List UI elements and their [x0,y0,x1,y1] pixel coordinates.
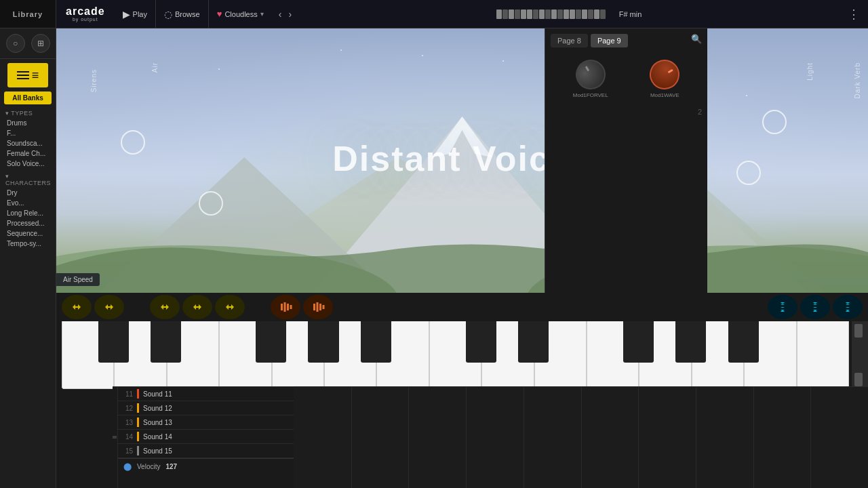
sidebar-item-f[interactable]: F... [0,128,56,138]
track-color-15 [137,446,139,455]
page-tabs: Page 8 Page 9 🔍 [545,28,707,53]
piano-key-f2[interactable] [587,321,639,389]
next-arrow-icon[interactable]: › [285,7,294,21]
mini-key [557,9,563,19]
grid-line [408,387,409,488]
piano-black-key[interactable] [728,321,759,363]
piano-container [62,321,849,389]
types-section-label: TYPES [0,106,56,118]
piano-key-c3[interactable] [797,321,849,389]
sidebar-item-evo[interactable]: Evo... [0,198,56,208]
piano-key-c[interactable] [62,321,114,389]
piano-black-key[interactable] [256,321,286,363]
piano-scrollbar[interactable] [852,321,868,389]
sidebar-item-sequence[interactable]: Sequence... [0,228,56,239]
scroll-top[interactable] [854,324,863,338]
browse-button[interactable]: ◌ Browse [156,0,209,28]
page8-tab[interactable]: Page 8 [551,34,588,47]
mod1wave-knob[interactable] [644,54,685,95]
piano-black-key[interactable] [361,321,391,363]
velocity-label: Velocity [137,463,160,470]
grid-line [753,387,754,488]
piano-black-key[interactable] [466,321,496,363]
cloudless-button[interactable]: ♥ Cloudless ▾ [209,9,272,19]
nav-arrows: ‹ › [272,7,298,21]
logo-sub: by output [73,17,98,22]
sidebar-header: Library [0,0,56,28]
track-num-14: 14 [118,433,137,441]
mod1forvel-knob[interactable] [570,54,611,95]
star-decoration [422,55,423,56]
hamburger-button[interactable]: ≡ [7,63,48,87]
mini-keyboard [496,9,606,19]
velocity-value: 127 [165,463,177,470]
characters-section-label: CHARACTERS [0,169,56,188]
mini-key [521,9,526,19]
search-icon[interactable]: 🔍 [691,34,702,47]
hero-circle-btn-darkverb[interactable] [736,161,761,185]
piano-black-key[interactable] [675,321,706,363]
sidebar: Library ○ ⊞ ≡ All Banks TYPES Drums F...… [0,0,56,488]
prev-arrow-icon[interactable]: ‹ [276,7,285,21]
piano-black-key[interactable] [623,321,654,363]
keyboard-display: F# min [298,9,840,19]
play-label: Play [133,10,147,18]
dark-verb-label: Dark Verb [854,62,861,98]
mini-key [551,9,557,19]
piano-black-key[interactable] [308,321,338,363]
pad-bars-2[interactable] [303,295,333,319]
mini-key [594,9,599,19]
sidebar-item-soundscape[interactable]: Soundsca... [0,138,56,148]
track-color-12 [137,403,139,413]
pad-dna-3[interactable] [833,295,863,319]
air-speed-badge[interactable]: Air Speed [56,273,100,286]
hero-circle-btn-light[interactable] [762,110,787,134]
track-color-11 [137,389,139,399]
cloudless-label: Cloudless [224,10,257,18]
sidebar-item-dry[interactable]: Dry [0,188,56,198]
play-button[interactable]: ▶ Play [115,0,156,28]
grid-line [581,387,582,488]
scroll-bottom[interactable] [854,373,863,386]
sidebar-item-tempo[interactable]: Tempo-sy... [0,239,56,249]
sidebar-item-solo[interactable]: Solo Voice... [0,159,56,169]
knob-group-1: Mod1FORVEL [573,60,608,98]
piano-black-key[interactable] [518,321,549,363]
pad-bars-1[interactable] [271,295,300,319]
sidebar-title: Library [13,10,43,18]
track-num-13: 13 [118,419,137,426]
sidebar-grid-icon[interactable]: ⊞ [31,34,50,53]
page9-tab[interactable]: Page 9 [591,34,628,47]
hero-circle-btn-sirens[interactable] [121,130,145,155]
mini-key [527,9,532,19]
sidebar-item-long[interactable]: Long Rele... [0,208,56,218]
sidebar-item-female[interactable]: Female Ch... [0,148,56,159]
sidebar-item-processed[interactable]: Processed... [0,218,56,228]
sidebar-circle-icon[interactable]: ○ [6,34,25,53]
pad-dna-1[interactable] [768,295,797,319]
piano-black-key[interactable] [98,321,129,363]
piano-black-key[interactable] [151,321,181,363]
cloudless-chevron-icon: ▾ [260,10,264,18]
pad-dna-2[interactable] [800,295,830,319]
pad-arrows-5[interactable] [215,295,245,319]
pad-arrows-2[interactable] [94,295,124,319]
pad-arrows-3[interactable] [150,295,180,319]
pad-arrows-1[interactable] [62,295,92,319]
knobs-area: Mod1FORVEL Mod1WAVE [545,53,707,105]
piano-key-f[interactable] [219,321,271,389]
mod1wave-label: Mod1WAVE [650,92,679,98]
all-banks-button[interactable]: All Banks [4,92,52,104]
topbar-menu-icon[interactable]: ⋮ [840,7,868,22]
piano-key-c2[interactable] [429,321,481,389]
pad-arrows-4[interactable] [182,295,212,319]
mini-key [588,9,593,19]
svg-rect-2 [287,304,289,310]
track-num-11: 11 [118,390,137,398]
sidebar-item-drums[interactable]: Drums [0,118,56,128]
browse-icon: ◌ [164,9,172,20]
hero-circle-btn-air[interactable] [199,191,223,216]
svg-rect-5 [317,302,319,312]
number-display: 2 [545,105,707,119]
track-color-14 [137,432,139,441]
